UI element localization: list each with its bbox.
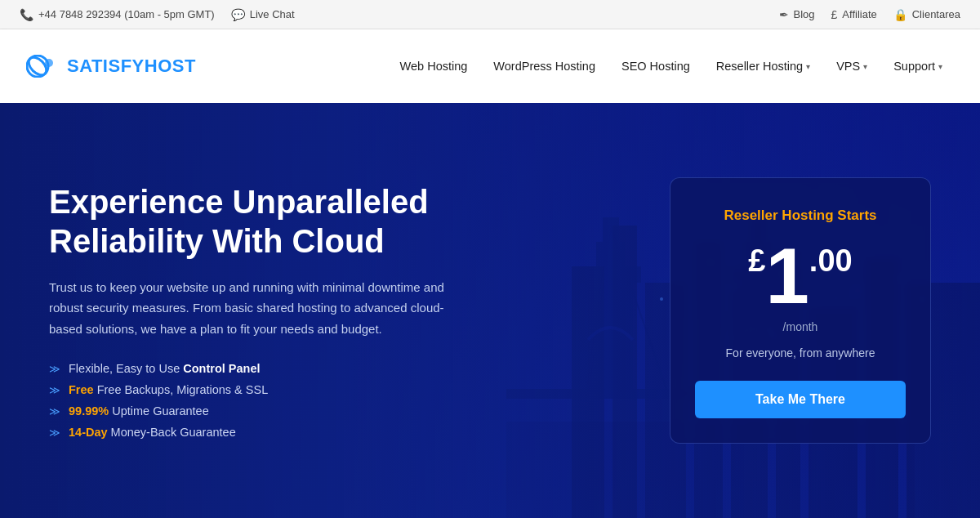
phone-item[interactable]: 📞 +44 7848 292394 (10am - 5pm GMT) bbox=[20, 8, 215, 21]
nav-wordpress-hosting[interactable]: WordPress Hosting bbox=[482, 53, 607, 79]
price-decimal: .00 bbox=[809, 243, 853, 279]
blog-text: Blog bbox=[794, 8, 815, 20]
chevron-down-icon: ▾ bbox=[806, 62, 810, 71]
clientarea-text: Clientarea bbox=[912, 8, 960, 20]
livechat-text: Live Chat bbox=[250, 8, 295, 20]
phone-text: +44 7848 292394 (10am - 5pm GMT) bbox=[38, 8, 215, 20]
nav-web-hosting[interactable]: Web Hosting bbox=[389, 53, 479, 79]
logo-icon bbox=[26, 55, 60, 78]
topbar: 📞 +44 7848 292394 (10am - 5pm GMT) 💬 Liv… bbox=[0, 0, 980, 29]
price-period: /month bbox=[695, 320, 906, 333]
nav-reseller-hosting[interactable]: Reseller Hosting ▾ bbox=[705, 53, 822, 79]
feature-uptime: ≫ 99.99% Uptime Guarantee bbox=[49, 404, 474, 418]
svg-rect-5 bbox=[612, 226, 637, 518]
feature-backups: ≫ Free Free Backups, Migrations & SSL bbox=[49, 383, 474, 396]
header: SATISFYHOST Web Hosting WordPress Hostin… bbox=[0, 29, 980, 103]
svg-line-22 bbox=[588, 226, 610, 389]
arrow-icon: ≫ bbox=[49, 405, 60, 418]
card-price: £ 1 .00 bbox=[695, 237, 906, 315]
svg-rect-16 bbox=[596, 242, 625, 266]
feature-control-panel: ≫ Flexible, Easy to Use Control Panel bbox=[49, 362, 474, 375]
arrow-icon: ≫ bbox=[49, 384, 60, 396]
hero-features-list: ≫ Flexible, Easy to Use Control Panel ≫ … bbox=[49, 362, 474, 439]
svg-rect-15 bbox=[580, 266, 641, 283]
take-me-there-button[interactable]: Take Me There bbox=[695, 381, 906, 418]
logo[interactable]: SATISFYHOST bbox=[26, 55, 196, 78]
svg-rect-4 bbox=[572, 266, 604, 518]
lock-icon: 🔒 bbox=[893, 8, 907, 21]
clientarea-item[interactable]: 🔒 Clientarea bbox=[893, 8, 960, 21]
hero-description: Trust us to keep your website up and run… bbox=[49, 277, 474, 340]
livechat-item[interactable]: 💬 Live Chat bbox=[231, 8, 295, 21]
chevron-down-icon: ▾ bbox=[863, 62, 867, 71]
feature-money-back: ≫ 14-Day Money-Back Guarantee bbox=[49, 426, 474, 439]
hero-section: Experience Unparalleled Reliability With… bbox=[0, 103, 980, 518]
nav-seo-hosting[interactable]: SEO Hosting bbox=[610, 53, 702, 79]
hero-title: Experience Unparalleled Reliability With… bbox=[49, 182, 474, 261]
price-currency: £ bbox=[748, 243, 765, 279]
main-nav: Web Hosting WordPress Hosting SEO Hostin… bbox=[389, 53, 954, 79]
price-main: 1 bbox=[765, 237, 808, 315]
affiliate-item[interactable]: £ Affiliate bbox=[831, 8, 877, 21]
chat-icon: 💬 bbox=[231, 8, 245, 21]
chevron-down-icon: ▾ bbox=[938, 62, 942, 71]
blog-icon: ✒ bbox=[779, 8, 789, 21]
affiliate-text: Affiliate bbox=[842, 8, 876, 20]
nav-support[interactable]: Support ▾ bbox=[882, 53, 954, 79]
card-subtitle: Reseller Hosting Starts bbox=[695, 208, 906, 224]
arrow-icon: ≫ bbox=[49, 363, 60, 375]
arrow-icon: ≫ bbox=[49, 426, 60, 439]
svg-rect-14 bbox=[588, 266, 633, 399]
logo-text: SATISFYHOST bbox=[67, 56, 196, 77]
blog-item[interactable]: ✒ Blog bbox=[779, 8, 815, 21]
card-tagline: For everyone, from anywhere bbox=[695, 346, 906, 359]
topbar-right: ✒ Blog £ Affiliate 🔒 Clientarea bbox=[779, 8, 961, 21]
nav-vps[interactable]: VPS ▾ bbox=[825, 53, 879, 79]
svg-point-34 bbox=[660, 297, 663, 301]
hero-content: Experience Unparalleled Reliability With… bbox=[49, 182, 474, 440]
svg-rect-17 bbox=[603, 217, 619, 242]
pricing-card: Reseller Hosting Starts £ 1 .00 /month F… bbox=[670, 177, 931, 444]
affiliate-icon: £ bbox=[831, 8, 838, 21]
svg-line-23 bbox=[610, 226, 670, 399]
topbar-left: 📞 +44 7848 292394 (10am - 5pm GMT) 💬 Liv… bbox=[20, 8, 295, 21]
svg-point-2 bbox=[45, 59, 53, 67]
phone-icon: 📞 bbox=[20, 8, 33, 21]
